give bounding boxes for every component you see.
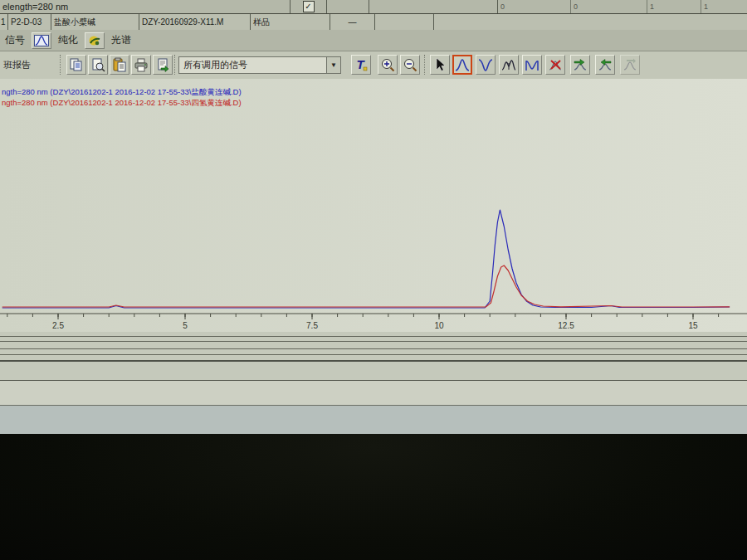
print-preview-button[interactable] [88, 55, 108, 75]
sample-position: P2-D-03 [8, 14, 51, 30]
integrate-off-icon [622, 57, 637, 72]
export-icon [155, 57, 170, 72]
zoom-in-icon [380, 57, 395, 72]
print-icon [134, 57, 149, 72]
print-preview-icon [90, 57, 105, 72]
svg-text:5: 5 [183, 321, 188, 330]
svg-text:12.5: 12.5 [558, 321, 574, 330]
header-value: 1 [647, 0, 701, 13]
monitor-bezel: hp [0, 434, 747, 560]
chemstation-screen: elength=280 nm ✓ 0 0 1 1 1 P2-D-03 盐酸小檗碱… [0, 0, 747, 434]
integrate-backward-button[interactable] [595, 55, 615, 75]
export-button[interactable] [153, 55, 173, 75]
header-value: 0 [498, 0, 571, 13]
header-cell-empty [327, 0, 369, 13]
header-cell-empty [369, 0, 498, 13]
panel-divider [0, 360, 747, 362]
merge-peak-button[interactable] [522, 55, 542, 75]
wavelength-label: elength=280 nm [0, 0, 290, 13]
legend-signal-1: ngth=280 nm (DZY\20161202-1 2016-12-02 1… [2, 87, 242, 98]
lower-panel [0, 332, 747, 380]
panel-divider [0, 341, 747, 342]
screen-bottom-band [0, 406, 747, 434]
signals-combobox-value: 所有调用的信号 [179, 59, 326, 71]
header-checkbox-cell: ✓ [290, 0, 327, 13]
menu-signal[interactable]: 信号 [5, 33, 25, 47]
monitor-photo: elength=280 nm ✓ 0 0 1 1 1 P2-D-03 盐酸小檗碱… [0, 0, 747, 560]
panel-divider [0, 354, 747, 355]
merge-peak-icon [525, 57, 540, 72]
trace [2, 265, 730, 307]
zoom-out-icon [403, 57, 417, 72]
header-value: 1 [701, 0, 747, 13]
toolbar-separator [60, 55, 61, 75]
chromatogram-plot[interactable]: 2.557.51012.515 [0, 79, 747, 332]
sample-name: 盐酸小檗碱 [51, 14, 139, 30]
chevron-down-icon[interactable]: ▼ [326, 57, 340, 73]
spectrum-button[interactable] [85, 32, 105, 49]
chromatogram-panel[interactable]: ngth=280 nm (DZY\20161202-1 2016-12-02 1… [0, 79, 747, 332]
zoom-out-button[interactable] [400, 55, 420, 75]
report-copy-icon [69, 57, 84, 72]
svg-text:10: 10 [434, 321, 444, 330]
integrate-forward-icon [573, 57, 588, 72]
report-label: 班报告 [3, 59, 31, 71]
draw-peak-button[interactable] [452, 55, 472, 75]
report-copy-button[interactable] [66, 55, 86, 75]
sample-dash: — [330, 14, 375, 30]
paste-icon [112, 57, 127, 72]
paste-button[interactable] [110, 55, 129, 75]
panel-divider [0, 336, 747, 337]
spectrum-icon [88, 35, 101, 46]
svg-text:2.5: 2.5 [52, 321, 64, 330]
integrate-backward-icon [598, 57, 613, 72]
mode-menu-row: 信号 纯化 光谱 [0, 30, 747, 51]
zoom-in-button[interactable] [378, 55, 398, 75]
draw-valley-icon [478, 57, 493, 72]
checkbox-checked[interactable]: ✓ [303, 1, 315, 12]
draw-peak-icon [455, 57, 470, 72]
integrate-forward-button[interactable] [570, 55, 590, 75]
pointer-button[interactable] [430, 55, 450, 75]
taskbar-area [0, 381, 747, 405]
draw-valley-button[interactable] [476, 55, 496, 75]
sample-row[interactable]: 1 P2-D-03 盐酸小檗碱 DZY-20160929-X11.M 样品 — [0, 14, 747, 31]
header-row: elength=280 nm ✓ 0 0 1 1 [0, 0, 747, 14]
delete-peak-button[interactable] [545, 55, 565, 75]
menu-purity[interactable]: 纯化 [58, 33, 78, 47]
integrate-off-button[interactable] [620, 55, 640, 75]
sample-cell-empty [375, 14, 434, 30]
split-peak-icon [501, 57, 516, 72]
sample-method: DZY-20160929-X11.M [139, 14, 251, 30]
svg-text:15: 15 [688, 321, 698, 330]
toolbar: 班报告 [0, 51, 747, 80]
delete-peak-icon [548, 57, 563, 72]
signals-combobox[interactable]: 所有调用的信号 ▼ [178, 56, 341, 74]
pointer-icon [432, 57, 447, 72]
sample-type: 样品 [251, 14, 330, 30]
toolbar-separator [424, 55, 426, 75]
toolbar-separator [174, 55, 176, 75]
header-value: 0 [571, 0, 647, 13]
split-peak-button[interactable] [499, 55, 519, 75]
annotation-text-icon: T [354, 57, 369, 72]
svg-text:7.5: 7.5 [306, 321, 318, 330]
trace [2, 210, 730, 308]
sample-seq: 1 [0, 14, 8, 30]
panel-divider [0, 348, 747, 349]
annotation-text-button[interactable]: T [351, 55, 371, 75]
peak-box-icon [34, 35, 49, 46]
print-button[interactable] [131, 55, 151, 75]
legend-signal-2: ngth=280 nm (DZY\20161202-1 2016-12-02 1… [2, 98, 242, 109]
signal-peak-button[interactable] [32, 32, 51, 49]
menu-spectrum[interactable]: 光谱 [111, 33, 131, 47]
sample-cell-empty [434, 14, 747, 30]
